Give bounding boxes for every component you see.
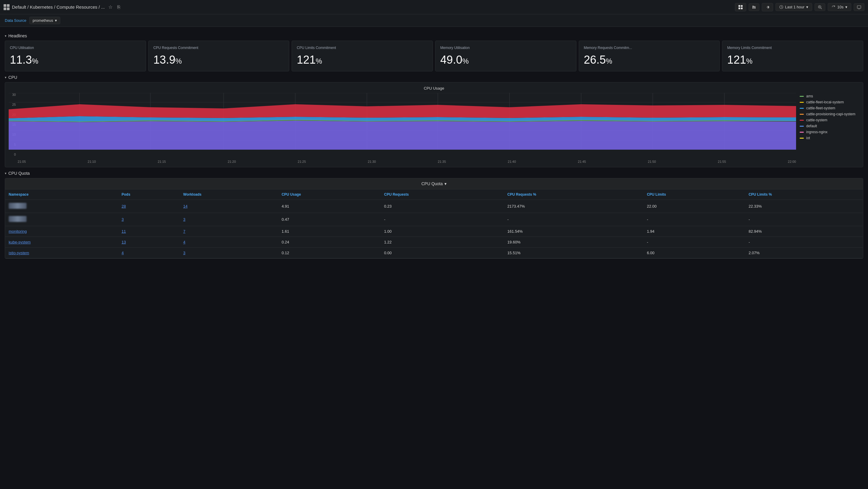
legend-label-5: default — [806, 124, 817, 128]
cell-3-2[interactable]: 4 — [180, 237, 278, 248]
cell-4-0[interactable]: istio-system — [5, 248, 118, 258]
legend-dot-1 — [800, 102, 804, 103]
cell-4-2[interactable]: 3 — [180, 248, 278, 258]
workloads-link[interactable]: 3 — [183, 217, 185, 222]
stat-card-title-4: Memory Requests Commitm... — [584, 46, 715, 50]
cell-2-7: 82.94% — [745, 226, 863, 237]
cell-0-1[interactable]: 28 — [118, 200, 180, 213]
svg-marker-24 — [9, 121, 796, 150]
namespace-link[interactable]: kube-system — [9, 240, 31, 244]
cell-0-0[interactable] — [5, 200, 118, 213]
col-header-5[interactable]: CPU Requests % — [504, 190, 643, 200]
cell-4-6: 6.00 — [643, 248, 745, 258]
legend-dot-4 — [800, 120, 804, 121]
workloads-link[interactable]: 4 — [183, 240, 185, 244]
star-icon[interactable]: ☆ — [107, 3, 114, 11]
table-body: 28144.910.232173.47%22.0022.33%330.47---… — [5, 200, 863, 258]
grid-icon[interactable] — [4, 4, 9, 10]
workloads-link[interactable]: 14 — [183, 204, 187, 208]
save-button[interactable] — [749, 3, 760, 11]
settings-button[interactable] — [762, 3, 773, 11]
cell-2-6: 1.94 — [643, 226, 745, 237]
table-chevron[interactable]: ▾ — [444, 181, 446, 186]
stat-card-4: Memory Requests Commitm... 26.5% — [579, 40, 720, 71]
cell-0-4: 0.23 — [380, 200, 504, 213]
col-header-0[interactable]: Namespace — [5, 190, 118, 200]
datasource-bar: Data Source prometheus ▾ — [0, 15, 868, 27]
legend-item-4: cattle-system — [800, 118, 859, 122]
col-header-3[interactable]: CPU Usage — [278, 190, 380, 200]
cpu-chart-container: CPU Usage 302520151050 — [5, 82, 863, 167]
cell-4-7: 2.07% — [745, 248, 863, 258]
refresh-button[interactable]: 10s ▾ — [828, 3, 851, 11]
stat-card-title-3: Memory Utilisation — [440, 46, 571, 50]
cpu-quota-label: CPU Quota — [8, 171, 30, 176]
pods-link[interactable]: 28 — [122, 204, 126, 208]
datasource-select[interactable]: prometheus ▾ — [29, 17, 60, 24]
pods-link[interactable]: 3 — [122, 217, 124, 222]
col-header-1[interactable]: Pods — [118, 190, 180, 200]
namespace-link[interactable]: istio-system — [9, 251, 29, 255]
add-panel-button[interactable] — [735, 3, 746, 11]
topbar: Default / Kubernetes / Compute Resources… — [0, 0, 868, 15]
col-header-2[interactable]: Workloads — [180, 190, 278, 200]
workloads-link[interactable]: 7 — [183, 229, 185, 234]
table-row: istio-system430.120.0015.51%6.002.07% — [5, 248, 863, 258]
tv-button[interactable] — [854, 3, 864, 11]
table-head: NamespacePodsWorkloadsCPU UsageCPU Reque… — [5, 190, 863, 200]
cpu-section-header[interactable]: ▾ CPU — [5, 75, 863, 80]
pods-link[interactable]: 4 — [122, 251, 124, 255]
cpu-label: CPU — [8, 75, 17, 80]
interval-chevron: ▾ — [845, 5, 847, 9]
pods-link[interactable]: 13 — [122, 240, 126, 244]
col-header-4[interactable]: CPU Requests — [380, 190, 504, 200]
cell-3-0[interactable]: kube-system — [5, 237, 118, 248]
legend-label-2: cattle-fleet-system — [806, 106, 835, 110]
cell-2-1[interactable]: 11 — [118, 226, 180, 237]
col-header-6[interactable]: CPU Limits — [643, 190, 745, 200]
legend-item-6: ingress-nginx — [800, 130, 859, 134]
cell-0-7: 22.33% — [745, 200, 863, 213]
stat-card-title-2: CPU Limits Commitment — [297, 46, 428, 50]
legend-dot-5 — [800, 126, 804, 127]
cpu-chevron: ▾ — [5, 76, 6, 80]
namespace-link[interactable]: monitoring — [9, 229, 27, 234]
cell-2-0[interactable]: monitoring — [5, 226, 118, 237]
cell-4-5: 15.51% — [504, 248, 643, 258]
stat-card-value-3: 49.0% — [440, 54, 571, 66]
stat-card-5: Memory Limits Commitment 121% — [722, 40, 863, 71]
stat-card-2: CPU Limits Commitment 121% — [291, 40, 433, 71]
cell-1-1[interactable]: 3 — [118, 213, 180, 226]
legend-item-0: ams — [800, 94, 859, 98]
pods-link[interactable]: 11 — [122, 229, 126, 234]
cell-2-2[interactable]: 7 — [180, 226, 278, 237]
time-range-button[interactable]: Last 1 hour ▾ — [775, 3, 812, 11]
share-icon[interactable]: ⎘ — [116, 3, 122, 11]
cell-1-2[interactable]: 3 — [180, 213, 278, 226]
cell-4-1[interactable]: 4 — [118, 248, 180, 258]
legend-item-7: iot — [800, 136, 859, 140]
cell-4-3: 0.12 — [278, 248, 380, 258]
cell-3-1[interactable]: 13 — [118, 237, 180, 248]
table-header-bar: CPU Quota ▾ — [5, 178, 863, 190]
cell-0-2[interactable]: 14 — [180, 200, 278, 213]
workloads-link[interactable]: 3 — [183, 251, 185, 255]
zoom-button[interactable] — [814, 3, 825, 11]
stat-card-3: Memory Utilisation 49.0% — [435, 40, 577, 71]
cell-1-0[interactable] — [5, 213, 118, 226]
cpu-quota-section-header[interactable]: ▾ CPU Quota — [5, 171, 863, 176]
headlines-chevron: ▾ — [5, 34, 6, 38]
legend-dot-7 — [800, 138, 804, 139]
legend-dot-6 — [800, 132, 804, 133]
table-header-row: NamespacePodsWorkloadsCPU UsageCPU Reque… — [5, 190, 863, 200]
legend-dot-3 — [800, 114, 804, 115]
col-header-7[interactable]: CPU Limits % — [745, 190, 863, 200]
legend-dot-0 — [800, 96, 804, 97]
table-row: 28144.910.232173.47%22.0022.33% — [5, 200, 863, 213]
headlines-label: Headlines — [8, 33, 27, 38]
time-range-chevron: ▾ — [806, 5, 808, 9]
legend-label-6: ingress-nginx — [806, 130, 828, 134]
headlines-section-header[interactable]: ▾ Headlines — [5, 33, 863, 38]
datasource-label: Data Source — [5, 18, 26, 23]
legend-item-1: cattle-fleet-local-system — [800, 100, 859, 104]
